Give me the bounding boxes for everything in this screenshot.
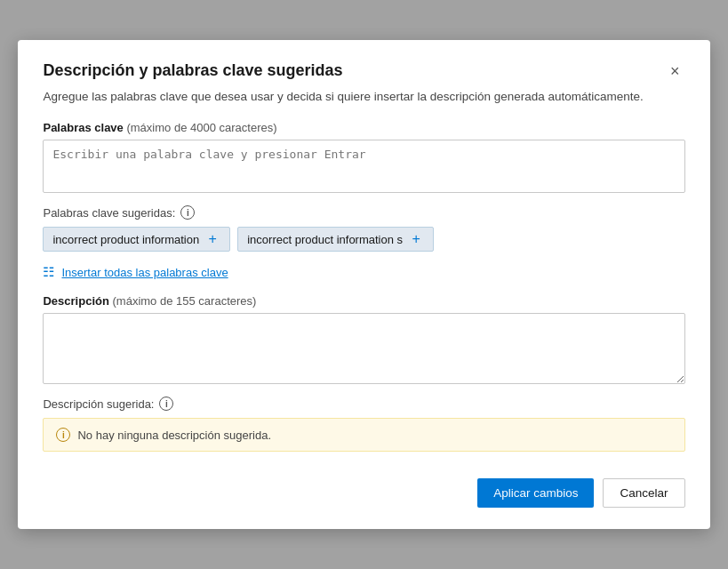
keywords-input[interactable] xyxy=(43,140,684,193)
cancel-button[interactable]: Cancelar xyxy=(603,478,684,508)
chip-1: incorrect product information + xyxy=(43,227,230,252)
close-button[interactable]: × xyxy=(665,61,685,81)
modal-overlay: Descripción y palabras clave sugeridas ×… xyxy=(0,0,728,569)
keywords-char-limit: (máximo de 4000 caracteres) xyxy=(126,121,276,134)
desc-suggested-label-row: Descripción sugerida: i xyxy=(43,397,684,411)
modal-title: Descripción y palabras clave sugeridas xyxy=(43,61,342,80)
warn-icon: i xyxy=(56,428,70,442)
description-input[interactable] xyxy=(43,313,684,384)
no-desc-text: No hay ninguna descripción sugerida. xyxy=(77,429,271,442)
description-label: Descripción (máximo de 155 caracteres) xyxy=(43,294,684,308)
modal-header: Descripción y palabras clave sugeridas × xyxy=(43,61,684,81)
suggested-keywords-info-icon[interactable]: i xyxy=(180,205,195,220)
chip-1-add-button[interactable]: + xyxy=(204,231,220,247)
chip-2-add-button[interactable]: + xyxy=(408,231,424,247)
description-char-limit: (máximo de 155 caracteres) xyxy=(113,294,257,308)
chip-1-text: incorrect product information xyxy=(52,233,199,246)
apply-button[interactable]: Aplicar cambios xyxy=(477,478,594,508)
insert-all-row[interactable]: ☷ Insertar todas las palabras clave xyxy=(43,264,684,280)
suggested-desc-info-icon[interactable]: i xyxy=(159,397,173,411)
chip-2-text: incorrect product information s xyxy=(247,233,403,246)
modal-footer: Aplicar cambios Cancelar xyxy=(43,469,684,508)
keywords-section: Palabras clave (máximo de 4000 caractere… xyxy=(43,121,684,193)
insert-all-label[interactable]: Insertar todas las palabras clave xyxy=(61,266,228,279)
description-section: Descripción (máximo de 155 caracteres) xyxy=(43,294,684,384)
suggested-keywords-label-row: Palabras clave sugeridas: i xyxy=(43,205,684,220)
keywords-label: Palabras clave (máximo de 4000 caractere… xyxy=(43,121,684,134)
modal-subtitle: Agregue las palabras clave que desea usa… xyxy=(43,90,684,103)
insert-all-icon: ☷ xyxy=(43,264,54,280)
no-description-box: i No hay ninguna descripción sugerida. xyxy=(43,418,684,452)
chip-2: incorrect product information s + xyxy=(237,227,434,252)
modal-dialog: Descripción y palabras clave sugeridas ×… xyxy=(18,40,709,529)
keyword-chips-container: incorrect product information + incorrec… xyxy=(43,227,684,252)
